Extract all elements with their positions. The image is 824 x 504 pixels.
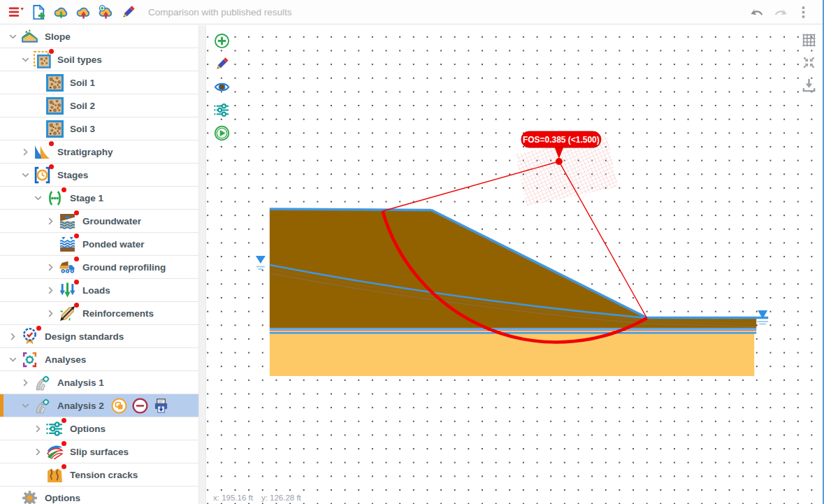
tree-item-analysis-2[interactable]: Analysis 2 (0, 394, 198, 417)
options-gear-icon (21, 489, 38, 504)
edit-button[interactable] (212, 54, 231, 73)
modified-dot-badge (49, 49, 54, 54)
export-report-button[interactable] (153, 398, 169, 414)
tree-item-label: Analysis 2 (57, 401, 104, 411)
cursor-x: x: 195.16 ft (213, 494, 253, 502)
reinforcements-icon (59, 305, 76, 322)
chevron-right-icon[interactable] (31, 447, 45, 456)
tree-item-label: Reinforcements (82, 308, 154, 319)
chevron-down-icon[interactable] (6, 355, 20, 364)
chevron-down-icon[interactable] (18, 55, 32, 64)
drawing-canvas[interactable]: FOS=0.385 (<1.500) x: 195.16 ft y: 126.2… (207, 25, 823, 504)
chevron-down-icon[interactable] (6, 32, 20, 41)
toggle-grid-button[interactable] (800, 31, 817, 48)
selected-item-marker (0, 394, 3, 417)
save-as-to-cloud-button[interactable] (96, 3, 115, 22)
chevron-right-icon[interactable] (43, 263, 57, 272)
tree-item-soil-types[interactable]: Soil types (0, 48, 198, 71)
redo-button[interactable] (771, 3, 790, 22)
tree-item-label: Analyses (45, 354, 86, 365)
duplicate-badge-icon (111, 398, 127, 414)
export-download-icon (801, 77, 817, 93)
visibility-button[interactable] (212, 77, 231, 96)
main-menu-button[interactable] (7, 3, 26, 22)
modified-dot-badge (74, 233, 79, 238)
water-table-marker-left (256, 256, 266, 269)
tree-item-label: Soil types (57, 55, 102, 65)
tree-item-soil-3[interactable]: Soil 3 (0, 117, 198, 141)
stratigraphy-icon (34, 143, 51, 161)
save-to-cloud-button[interactable] (74, 3, 93, 22)
add-button[interactable] (212, 31, 231, 50)
tree-item-groundwater[interactable]: Groundwater (0, 210, 198, 233)
tree-item-label: Groundwater (82, 216, 141, 226)
tree-item-analysis-2-options[interactable]: Options (0, 417, 198, 440)
modified-dot-badge (36, 326, 41, 331)
rename-project-button[interactable] (119, 3, 138, 22)
undo-button[interactable] (748, 3, 767, 22)
tree-item-reinforcements[interactable]: Reinforcements (0, 302, 198, 325)
chevron-down-icon[interactable] (18, 171, 32, 180)
tree-item-design-standards[interactable]: Design standards (0, 325, 198, 348)
item-action-buttons (111, 398, 169, 414)
add-circle-icon (214, 33, 230, 49)
tree-item-soil-1[interactable]: Soil 1 (0, 71, 198, 94)
chevron-right-icon[interactable] (43, 217, 57, 226)
tree-item-loads[interactable]: Loads (0, 279, 198, 302)
display-options-button[interactable] (212, 100, 231, 120)
canvas-left-tools (212, 31, 231, 143)
open-from-cloud-button[interactable] (52, 3, 71, 22)
cloud-download-icon (53, 4, 69, 20)
chevron-right-icon[interactable] (6, 332, 20, 341)
options-sliders-icon (46, 420, 64, 438)
topbar-right-tools (748, 3, 813, 22)
tree-item-tension-cracks[interactable]: Tension cracks (0, 463, 198, 487)
tree-item-ground-reprofiling[interactable]: Ground reprofiling (0, 256, 198, 279)
modified-dot-badge (62, 187, 66, 192)
new-project-button[interactable] (29, 3, 48, 22)
modified-dot-badge (74, 257, 79, 261)
tree-item-analyses[interactable]: Analyses (0, 348, 198, 371)
menu-hamburger-icon (8, 4, 24, 20)
chevron-down-icon[interactable] (18, 401, 32, 410)
tree-item-analysis-1[interactable]: Analysis 1 (0, 371, 198, 394)
options-sliders-icon (214, 102, 230, 118)
chevron-right-icon[interactable] (43, 286, 57, 295)
chevron-right-icon[interactable] (18, 378, 32, 387)
zoom-to-fit-button[interactable] (800, 54, 817, 71)
modified-dot-badge (62, 418, 66, 423)
slip-circle-center[interactable] (556, 158, 563, 165)
tree-item-label: Ground reprofiling (82, 262, 166, 273)
tree-item-slope[interactable]: Slope (0, 25, 198, 48)
tree-item-stages[interactable]: Stages (0, 164, 198, 187)
tree-item-slip-surfaces[interactable]: Slip surfaces (0, 440, 198, 463)
more-menu-button[interactable] (794, 3, 813, 22)
cloud-add-icon (98, 4, 114, 20)
chevron-right-icon[interactable] (43, 309, 57, 318)
tree-item-options[interactable]: Options (0, 487, 198, 504)
chevron-down-icon[interactable] (31, 194, 45, 203)
tree-item-stage-1[interactable]: Stage 1 (0, 187, 198, 210)
cloud-upload-icon (75, 4, 92, 20)
export-image-button[interactable] (800, 76, 817, 93)
tree-item-stratigraphy[interactable]: Stratigraphy (0, 141, 198, 164)
delete-analysis-button[interactable] (132, 398, 148, 414)
soil-icon (46, 120, 64, 138)
tension-cracks-icon (46, 466, 64, 484)
slip-surfaces-icon (46, 443, 64, 461)
tree-item-ponded-water[interactable]: Ponded water (0, 233, 198, 256)
analyses-icon (21, 351, 38, 368)
tree-item-soil-2[interactable]: Soil 2 (0, 94, 198, 117)
ponded-water-icon (59, 236, 76, 253)
sidebar-scrollbar[interactable] (198, 25, 206, 504)
chevron-right-icon[interactable] (18, 147, 32, 157)
analysis-icon (34, 374, 51, 391)
tree-item-label: Tension cracks (70, 470, 138, 480)
run-analysis-button[interactable] (212, 123, 231, 143)
loads-icon (59, 282, 76, 299)
report-badge-icon (153, 398, 169, 414)
scene-drawing: FOS=0.385 (<1.500) (207, 25, 823, 504)
chevron-right-icon[interactable] (31, 424, 45, 433)
modified-dot-badge (49, 164, 54, 169)
duplicate-analysis-button[interactable] (111, 398, 127, 414)
